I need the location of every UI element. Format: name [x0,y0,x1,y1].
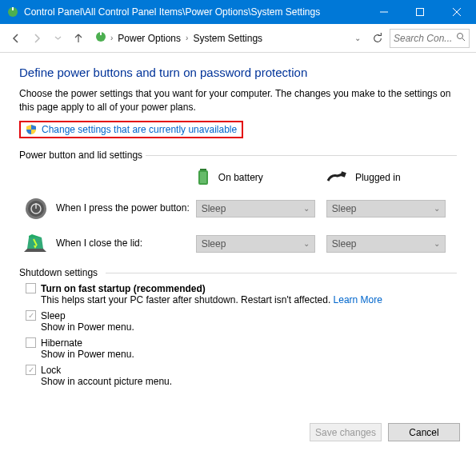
sleep-option: ✓ Sleep Show in Power menu. [26,310,457,333]
uac-shield-icon [26,124,37,135]
close-lid-plugged-combo[interactable]: Sleep⌄ [326,235,446,253]
learn-more-link[interactable]: Learn More [334,294,382,305]
hibernate-sub: Show in Power menu. [41,349,457,360]
search-box[interactable] [390,29,470,48]
app-icon [6,6,19,18]
change-unavailable-settings-link[interactable]: Change settings that are currently unava… [42,124,237,135]
power-button-lid-section-label: Power button and lid settings [19,150,457,161]
close-lid-battery-combo[interactable]: Sleep⌄ [196,235,315,253]
search-icon[interactable] [456,32,466,44]
search-input[interactable] [394,33,456,44]
power-button-row: When I press the power button: Sleep⌄ Sl… [19,197,457,221]
refresh-button[interactable] [369,30,386,47]
cancel-button[interactable]: Cancel [388,423,460,441]
svg-point-8 [458,34,463,39]
svg-rect-12 [200,172,206,183]
breadcrumb-item[interactable]: Power Options [118,33,181,44]
svg-rect-3 [416,9,423,16]
hibernate-checkbox[interactable] [26,337,36,348]
svg-line-9 [462,38,465,41]
back-button[interactable] [6,29,26,48]
laptop-lid-icon [24,232,48,256]
svg-rect-13 [340,171,346,178]
on-battery-label: On battery [218,172,263,183]
chevron-right-icon: › [186,34,188,42]
chevron-right-icon: › [110,34,113,42]
close-button[interactable] [438,0,476,24]
forward-button[interactable] [27,29,46,48]
maximize-button[interactable] [402,0,438,24]
hibernate-option: Hibernate Show in Power menu. [26,337,457,360]
dialog-footer: Save changes Cancel [310,423,460,441]
lock-sub: Show in account picture menu. [41,376,457,387]
location-icon [94,30,107,46]
recent-dropdown[interactable] [48,29,67,48]
battery-icon [196,167,210,189]
lock-option: ✓ Lock Show in account picture menu. [26,365,457,387]
close-lid-row: When I close the lid: Sleep⌄ Sleep⌄ [19,232,457,256]
window-title: Control Panel\All Control Panel Items\Po… [24,6,366,18]
chevron-down-icon: ⌄ [303,239,310,248]
chevron-down-icon: ⌄ [434,204,440,213]
content-area: Define power buttons and turn on passwor… [0,53,476,387]
hibernate-label: Hibernate [41,337,82,349]
plug-icon [326,170,347,186]
lock-label: Lock [41,365,61,376]
shutdown-settings-section-label: Shutdown settings [19,267,457,278]
power-button-battery-combo[interactable]: Sleep⌄ [196,200,315,218]
sleep-sub: Show in Power menu. [41,321,457,333]
svg-rect-1 [12,7,14,10]
power-button-label: When I press the power button: [56,202,190,214]
plugged-in-label: Plugged in [355,172,401,183]
up-button[interactable] [69,29,88,48]
power-button-icon [24,197,48,221]
page-description: Choose the power settings that you want … [19,87,457,114]
fast-startup-sub: This helps start your PC faster after sh… [41,294,457,305]
fast-startup-option: Turn on fast startup (recommended) This … [26,283,457,305]
page-title: Define power buttons and turn on passwor… [19,66,457,79]
shutdown-settings: Turn on fast startup (recommended) This … [19,283,457,387]
sleep-label: Sleep [41,310,66,321]
chevron-down-icon: ⌄ [303,204,310,213]
save-changes-button[interactable]: Save changes [310,423,382,441]
minimize-button[interactable] [366,0,402,24]
admin-link-highlight: Change settings that are currently unava… [19,121,243,138]
navigation-bar: › Power Options › System Settings ⌄ [0,24,476,53]
svg-rect-7 [100,32,102,35]
close-lid-label: When I close the lid: [56,237,142,249]
sleep-checkbox[interactable]: ✓ [26,310,36,321]
window-titlebar: Control Panel\All Control Panel Items\Po… [0,0,476,24]
power-button-plugged-combo[interactable]: Sleep⌄ [326,200,446,218]
breadcrumb-item[interactable]: System Settings [193,33,262,44]
chevron-down-icon[interactable]: ⌄ [350,34,366,42]
chevron-down-icon: ⌄ [434,239,440,248]
fast-startup-checkbox[interactable] [26,283,36,293]
breadcrumb[interactable]: › Power Options › System Settings [110,33,350,44]
lock-checkbox[interactable]: ✓ [26,365,36,375]
fast-startup-label: Turn on fast startup (recommended) [41,283,206,294]
